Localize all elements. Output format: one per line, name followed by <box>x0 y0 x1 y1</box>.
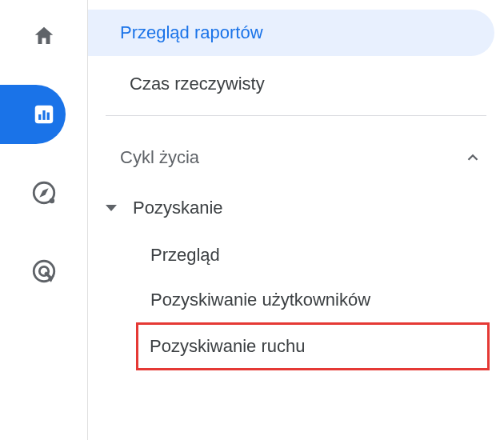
chevron-up-icon <box>464 149 482 166</box>
rail-explore[interactable] <box>21 170 67 216</box>
section-lifecycle[interactable]: Cykl życia <box>88 138 504 177</box>
rail-advertising[interactable] <box>21 248 67 294</box>
icon-rail <box>0 0 88 440</box>
side-panel: Przegląd raportów Czas rzeczywisty Cykl … <box>88 0 504 440</box>
svg-point-5 <box>49 198 54 204</box>
advertising-icon <box>30 258 58 285</box>
group-label: Pozyskanie <box>133 198 223 218</box>
subnav-label: Pozyskiwanie użytkowników <box>150 290 370 310</box>
subnav-user-acquisition[interactable]: Pozyskiwanie użytkowników <box>88 278 504 322</box>
subnav-label: Przegląd <box>150 245 220 266</box>
section-title: Cykl życia <box>120 147 199 168</box>
caret-down-icon <box>106 205 117 211</box>
home-icon <box>32 24 56 48</box>
group-acquisition[interactable]: Pozyskanie <box>88 188 504 228</box>
subnav-traffic-acquisition[interactable]: Pozyskiwanie ruchu <box>136 322 490 370</box>
svg-rect-3 <box>46 113 49 120</box>
nav-reports-overview[interactable]: Przegląd raportów <box>88 10 494 56</box>
rail-home[interactable] <box>21 13 67 59</box>
nav-label: Przegląd raportów <box>120 22 263 43</box>
subnav-overview[interactable]: Przegląd <box>88 233 504 278</box>
subnav-label: Pozyskiwanie ruchu <box>150 336 305 356</box>
svg-rect-2 <box>42 110 45 120</box>
rail-reports[interactable] <box>21 91 67 138</box>
divider <box>106 115 486 116</box>
svg-rect-1 <box>38 114 41 120</box>
rail-reports-wrap <box>0 91 87 138</box>
nav-realtime[interactable]: Czas rzeczywisty <box>98 61 494 107</box>
reports-icon <box>32 102 56 126</box>
nav-label: Czas rzeczywisty <box>130 74 265 94</box>
explore-icon <box>30 179 58 206</box>
